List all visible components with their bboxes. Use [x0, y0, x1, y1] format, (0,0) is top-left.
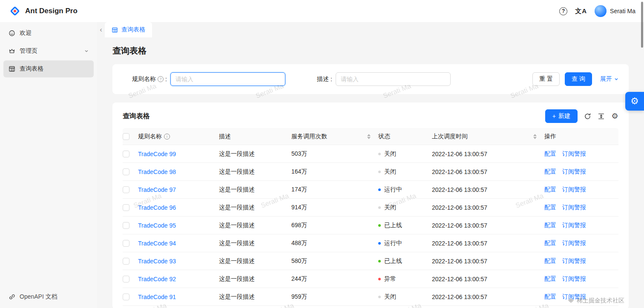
status-dot-icon: [378, 188, 381, 191]
row-checkbox[interactable]: [123, 168, 129, 175]
subscribe-alert-link[interactable]: 订阅警报: [562, 186, 586, 194]
data-table: 规则名称 i 描述 服务调用次数 状态 上次调度时间 操作 TradeCode …: [112, 128, 629, 306]
row-checkbox[interactable]: [123, 204, 129, 211]
config-link[interactable]: 配置: [544, 240, 556, 247]
subscribe-alert-link[interactable]: 订阅警报: [562, 204, 586, 211]
row-checkbox[interactable]: [123, 294, 129, 300]
row-call-count: 164万: [291, 168, 378, 176]
config-link[interactable]: 配置: [544, 293, 556, 301]
trade-code-link[interactable]: TradeCode 95: [138, 222, 176, 229]
user-menu[interactable]: Serati Ma: [595, 5, 635, 17]
rule-name-input[interactable]: [170, 72, 285, 86]
row-checkbox[interactable]: [123, 186, 129, 193]
sidebar-item-admin[interactable]: 管理页: [3, 43, 94, 60]
column-header-desc: 描述: [219, 133, 291, 140]
config-link[interactable]: 配置: [544, 204, 556, 211]
row-checkbox[interactable]: [123, 222, 129, 229]
expand-link[interactable]: 展开: [600, 75, 618, 83]
config-link[interactable]: 配置: [544, 168, 556, 176]
trade-code-link[interactable]: TradeCode 99: [138, 151, 176, 157]
trade-code-link[interactable]: TradeCode 97: [138, 186, 176, 193]
status-text: 已上线: [384, 222, 402, 229]
row-checkbox[interactable]: [123, 258, 129, 265]
config-link[interactable]: 配置: [544, 150, 556, 158]
tab-label: 查询表格: [121, 26, 145, 34]
tab-bar: ‹ 查询表格: [97, 22, 644, 37]
row-description: 这是一段描述: [219, 222, 291, 229]
trade-code-link[interactable]: TradeCode 96: [138, 204, 176, 211]
subscribe-alert-link[interactable]: 订阅警报: [562, 257, 586, 265]
gear-icon: ⚙: [630, 97, 639, 106]
subscribe-alert-link[interactable]: 订阅警报: [562, 150, 586, 158]
column-header-time[interactable]: 上次调度时间: [432, 133, 544, 140]
row-call-count: 580万: [291, 257, 378, 265]
trade-code-link[interactable]: TradeCode 98: [138, 168, 176, 175]
table-row: TradeCode 96 这是一段描述 914万 关闭 2022-12-06 1…: [123, 199, 618, 217]
theme-settings-button[interactable]: ⚙: [625, 92, 644, 111]
description-label: 描述 :: [288, 75, 336, 83]
tab-query-table[interactable]: 查询表格: [105, 22, 152, 37]
openapi-label: OpenAPI 文档: [20, 293, 58, 301]
trade-code-link[interactable]: TradeCode 91: [138, 294, 176, 300]
main-content: ‹ 查询表格 查询表格 规则名称 ? : 描述 :: [97, 22, 644, 308]
status-text: 关闭: [384, 168, 396, 176]
crown-icon: [9, 48, 15, 54]
status-text: 关闭: [384, 204, 396, 211]
select-all-checkbox[interactable]: [123, 133, 129, 140]
config-link[interactable]: 配置: [544, 222, 556, 229]
new-button[interactable]: + 新建: [545, 109, 578, 123]
config-link[interactable]: 配置: [544, 257, 556, 265]
row-checkbox[interactable]: [123, 240, 129, 247]
config-link[interactable]: 配置: [544, 186, 556, 194]
row-description: 这是一段描述: [219, 168, 291, 176]
info-circle-icon[interactable]: i: [164, 134, 170, 140]
sidebar-item-welcome[interactable]: 欢迎: [3, 25, 94, 42]
reset-button[interactable]: 重 置: [532, 72, 560, 86]
trade-code-link[interactable]: TradeCode 94: [138, 240, 176, 247]
description-input[interactable]: [336, 72, 451, 86]
sorter-icon[interactable]: [367, 134, 371, 139]
language-icon[interactable]: 文A: [575, 7, 587, 15]
brand[interactable]: Ant Design Pro: [9, 5, 78, 17]
search-actions: 重 置 查 询 展开: [532, 72, 618, 86]
row-description: 这是一段描述: [219, 150, 291, 158]
sidebar-footer-openapi[interactable]: OpenAPI 文档: [3, 288, 94, 305]
query-button[interactable]: 查 询: [565, 72, 592, 86]
column-header-calls[interactable]: 服务调用次数: [291, 133, 378, 140]
subscribe-alert-link[interactable]: 订阅警报: [562, 275, 586, 283]
density-icon[interactable]: [598, 113, 605, 120]
column-settings-icon[interactable]: ⚙: [611, 113, 618, 120]
rule-name-label: 规则名称 ? :: [123, 75, 170, 83]
row-description: 这是一段描述: [219, 275, 291, 283]
row-schedule-time: 2022-12-06 13:00:57: [432, 294, 544, 300]
table-row: TradeCode 93 这是一段描述 580万 已上线 2022-12-06 …: [123, 252, 618, 270]
subscribe-alert-link[interactable]: 订阅警报: [562, 222, 586, 229]
sidebar-collapse-icon[interactable]: ‹: [97, 22, 105, 37]
status-dot-icon: [378, 171, 381, 173]
status-text: 运行中: [384, 186, 402, 194]
subscribe-alert-link[interactable]: 订阅警报: [562, 168, 586, 176]
status-dot-icon: [378, 153, 381, 155]
trade-code-link[interactable]: TradeCode 93: [138, 258, 176, 265]
row-schedule-time: 2022-12-06 13:00:57: [432, 151, 544, 157]
user-avatar: [595, 5, 607, 17]
table-body: TradeCode 99 这是一段描述 503万 关闭 2022-12-06 1…: [123, 145, 618, 306]
status-text: 关闭: [384, 293, 396, 301]
row-schedule-time: 2022-12-06 13:00:57: [432, 204, 544, 211]
vertical-scrollbar[interactable]: [641, 2, 643, 48]
sorter-icon[interactable]: [533, 134, 537, 139]
reload-icon[interactable]: [584, 113, 591, 120]
community-watermark-text: 稀土掘金技术社区: [577, 297, 624, 305]
help-icon[interactable]: ?: [559, 7, 567, 15]
subscribe-alert-link[interactable]: 订阅警报: [562, 240, 586, 247]
trade-code-link[interactable]: TradeCode 92: [138, 276, 176, 282]
question-circle-icon[interactable]: ?: [158, 76, 164, 82]
sidebar: 欢迎 管理页 查询表格: [0, 22, 97, 308]
config-link[interactable]: 配置: [544, 275, 556, 283]
row-call-count: 698万: [291, 222, 378, 229]
row-checkbox[interactable]: [123, 276, 129, 282]
row-checkbox[interactable]: [123, 151, 129, 157]
sidebar-item-query-table[interactable]: 查询表格: [3, 60, 94, 77]
search-form-card: 规则名称 ? : 描述 : 重 置 查 询 展开: [112, 64, 629, 94]
sidebar-nav: 欢迎 管理页 查询表格: [3, 25, 94, 78]
